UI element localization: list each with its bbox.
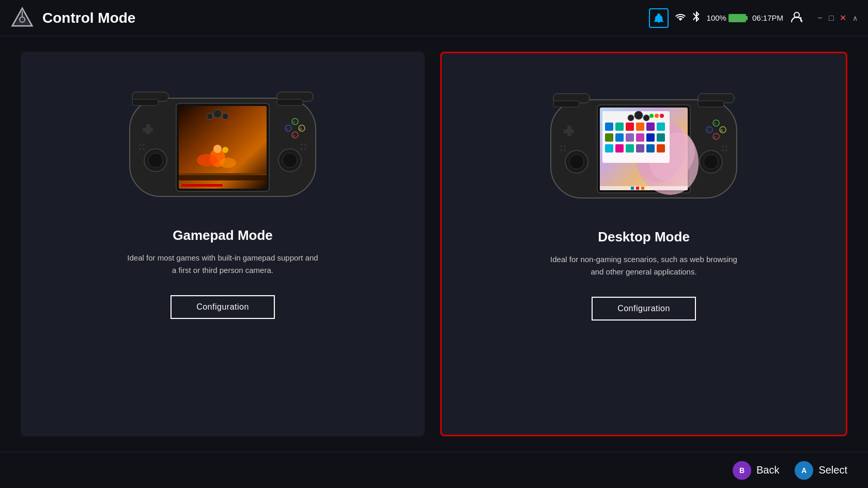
svg-text:Y: Y	[714, 122, 717, 126]
svg-rect-73	[626, 144, 634, 152]
minimize-button[interactable]: −	[816, 14, 824, 22]
svg-point-11	[213, 145, 222, 153]
svg-point-13	[220, 158, 236, 168]
svg-rect-72	[615, 144, 624, 152]
svg-rect-16	[179, 173, 267, 175]
svg-point-58	[649, 114, 654, 118]
svg-point-108	[722, 149, 724, 151]
svg-point-40	[143, 144, 145, 146]
svg-text:A: A	[293, 134, 296, 138]
battery-status: 100%	[707, 13, 746, 22]
svg-point-37	[213, 110, 222, 118]
svg-rect-80	[641, 187, 644, 190]
desktop-device-image: Y B X A	[535, 69, 752, 213]
svg-rect-61	[626, 123, 634, 131]
chevron-up-icon[interactable]: ∧	[853, 14, 858, 22]
svg-point-12	[197, 154, 218, 166]
svg-point-82	[569, 155, 584, 169]
window-controls: − □ ✕	[816, 14, 846, 22]
svg-point-109	[725, 149, 727, 151]
svg-rect-64	[657, 123, 665, 131]
gamepad-device-image: Y B X A	[114, 67, 331, 212]
svg-point-99	[628, 115, 634, 121]
svg-rect-23	[143, 128, 153, 132]
svg-text:X: X	[707, 129, 710, 132]
svg-rect-98	[698, 101, 724, 107]
desktop-mode-title: Desktop Mode	[598, 229, 690, 245]
desktop-mode-card[interactable]: Y B X A	[440, 52, 847, 436]
svg-rect-96	[553, 101, 579, 107]
bluetooth-icon	[692, 11, 701, 25]
svg-rect-79	[636, 187, 639, 190]
svg-point-84	[704, 155, 718, 169]
back-label: Back	[756, 464, 779, 476]
titlebar: Control Mode 100% 06:1	[0, 0, 868, 36]
gamepad-mode-title: Gamepad Mode	[173, 227, 273, 243]
svg-text:X: X	[286, 127, 289, 131]
svg-point-102	[560, 145, 562, 147]
select-action[interactable]: A Select	[795, 461, 847, 480]
svg-rect-17	[181, 184, 223, 187]
notification-button[interactable]	[649, 8, 669, 28]
svg-rect-60	[615, 123, 624, 131]
svg-rect-59	[605, 123, 613, 131]
time-display: 06:17PM	[752, 13, 783, 22]
svg-rect-70	[657, 133, 665, 142]
svg-point-21	[283, 153, 297, 167]
svg-rect-75	[646, 144, 655, 152]
svg-point-45	[301, 148, 303, 150]
svg-point-46	[304, 148, 306, 150]
user-icon[interactable]	[789, 10, 804, 26]
svg-rect-66	[615, 133, 624, 142]
svg-rect-74	[636, 144, 644, 152]
bottom-bar: B Back A Select	[0, 452, 868, 488]
svg-rect-65	[605, 133, 613, 142]
svg-point-41	[139, 148, 141, 150]
svg-rect-71	[605, 144, 613, 152]
svg-point-101	[643, 115, 649, 121]
svg-text:Y: Y	[293, 120, 296, 124]
svg-rect-62	[636, 123, 644, 131]
maximize-button[interactable]: □	[828, 14, 835, 22]
svg-rect-35	[277, 99, 303, 105]
gamepad-config-button[interactable]: Configuration	[171, 295, 275, 319]
svg-text:A: A	[714, 135, 717, 139]
svg-rect-63	[646, 123, 655, 131]
svg-rect-78	[631, 187, 634, 190]
svg-rect-69	[646, 133, 655, 142]
back-action[interactable]: B Back	[733, 461, 779, 480]
svg-point-36	[207, 113, 213, 119]
back-circle: B	[733, 461, 751, 480]
titlebar-right: 100% 06:17PM − □ ✕ ∧	[649, 8, 858, 28]
gamepad-mode-card[interactable]: Y B X A	[21, 52, 425, 436]
svg-rect-67	[626, 133, 634, 142]
battery-percent: 100%	[707, 13, 726, 22]
svg-point-43	[301, 144, 303, 146]
svg-rect-68	[636, 133, 644, 142]
select-label: Select	[818, 464, 847, 476]
page-title: Control Mode	[42, 10, 649, 26]
desktop-mode-desc: Ideal for non-gaming scenarios, such as …	[546, 253, 742, 278]
svg-point-103	[564, 145, 566, 147]
svg-point-56	[660, 114, 664, 118]
svg-point-44	[304, 144, 306, 146]
select-circle: A	[795, 461, 813, 480]
svg-point-14	[222, 147, 228, 153]
main-content: Y B X A	[0, 36, 868, 452]
svg-point-38	[222, 113, 228, 119]
svg-rect-76	[657, 144, 665, 152]
wifi-icon	[675, 12, 686, 24]
select-circle-label: A	[801, 466, 807, 475]
svg-point-39	[139, 144, 141, 146]
battery-fill	[730, 15, 745, 21]
svg-point-107	[725, 145, 727, 147]
app-logo	[10, 6, 34, 30]
svg-point-19	[148, 153, 163, 167]
svg-point-104	[560, 149, 562, 151]
close-button[interactable]: ✕	[839, 14, 846, 22]
desktop-config-button[interactable]: Configuration	[592, 297, 696, 321]
svg-text:B: B	[721, 129, 723, 132]
svg-point-57	[655, 114, 659, 118]
svg-rect-33	[132, 99, 158, 105]
svg-text:B: B	[300, 127, 302, 131]
